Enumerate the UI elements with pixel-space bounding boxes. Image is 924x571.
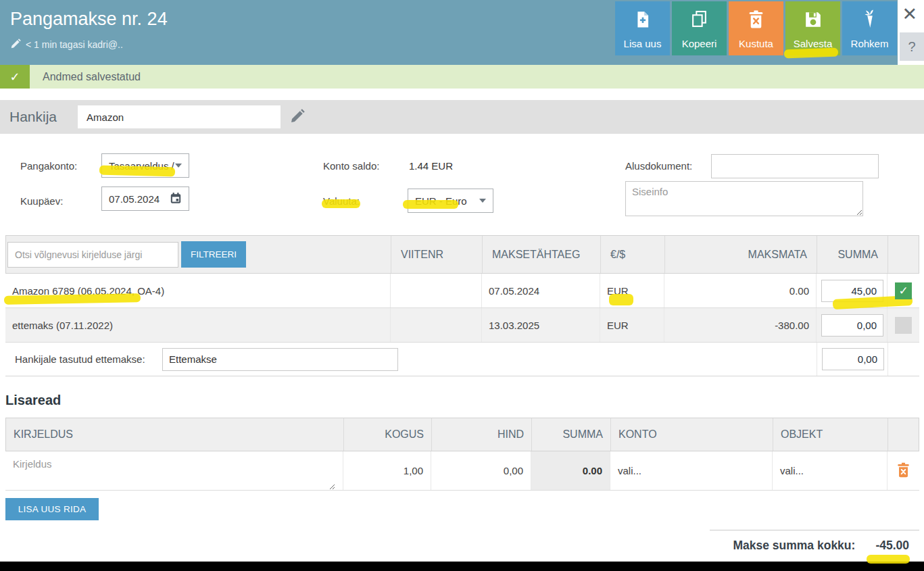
debt-unpaid: 0.00: [664, 274, 817, 307]
filter-button[interactable]: FILTREERI: [181, 241, 246, 268]
supplier-input[interactable]: [78, 105, 281, 128]
prepayment-input[interactable]: [162, 348, 398, 371]
date-value: 07.05.2024: [109, 193, 160, 205]
chevron-down-icon: [175, 164, 182, 168]
table-row: Amazon 6789 (06.05.2024, OA-4) 07.05.202…: [5, 274, 919, 308]
delete-button[interactable]: Kustuta: [729, 1, 783, 55]
row-quantity[interactable]: 1,00: [343, 451, 431, 490]
col-unpaid: MAKSMATA: [665, 236, 817, 273]
currency-select[interactable]: EUR - Euro: [408, 189, 493, 213]
row-object-select[interactable]: vali...: [773, 451, 887, 490]
document-plus-icon: [634, 10, 652, 38]
supplier-label: Hankija: [9, 109, 57, 125]
dialog-header: Pangamakse nr. 24 < 1 min tagasi kadri@.…: [0, 0, 898, 65]
bank-account-label: Pangakonto:: [20, 160, 77, 172]
delete-row-icon[interactable]: [897, 462, 910, 480]
col-viitenr: VIITENR: [391, 236, 483, 273]
debt-due-date: 13.03.2025: [482, 308, 600, 342]
page-title: Pangamakse nr. 24: [10, 9, 168, 30]
currency-label: Valuuta:: [323, 195, 360, 207]
row-checkbox[interactable]: ✓: [895, 282, 912, 299]
col-actions: [888, 418, 920, 451]
supplier-bar: Hankija: [0, 100, 924, 134]
internal-info-textarea[interactable]: [625, 181, 863, 216]
col-price: HIND: [432, 418, 532, 451]
total-label: Makse summa kokku:: [733, 539, 855, 553]
col-sum: SUMMA: [532, 418, 611, 451]
edit-supplier-icon[interactable]: [291, 109, 305, 126]
total-value: -45.00: [875, 539, 909, 553]
debt-search-input[interactable]: [7, 242, 178, 268]
alert-message: Andmed salvestatud: [30, 65, 924, 89]
header-toolbar: Lisa uus Kopeeri Kustuta Salvesta: [615, 1, 897, 55]
row-sum: 0.00: [531, 451, 610, 490]
close-icon[interactable]: ✕: [902, 5, 917, 24]
table-row: ettemaks (07.11.2022) 13.03.2025 EUR -38…: [5, 308, 919, 343]
prepayment-row: Hankijale tasutud ettemakse:: [5, 343, 919, 376]
debt-description: Amazon 6789 (06.05.2024, OA-4): [5, 274, 391, 307]
debt-sum-input[interactable]: [821, 280, 883, 302]
table-row: 1,00 0,00 0.00 vali... vali...: [5, 451, 919, 491]
debt-currency: EUR: [600, 308, 664, 342]
balance-label: Konto saldo:: [323, 160, 379, 172]
base-document-input[interactable]: [711, 154, 879, 178]
add-new-label: Lisa uus: [624, 38, 662, 49]
copy-button[interactable]: Kopeeri: [672, 1, 727, 55]
last-edited-text: < 1 min tagasi kadri@..: [26, 39, 123, 50]
row-price[interactable]: 0,00: [431, 451, 531, 490]
debts-table: FILTREERI VIITENR MAKSETÄHTAEG €/$ MAKSM…: [5, 235, 919, 376]
pencil-icon: [11, 39, 21, 51]
copy-icon: [691, 10, 708, 38]
col-currency: €/$: [601, 236, 665, 273]
prepayment-sum-input[interactable]: [822, 348, 884, 370]
debt-description: ettemaks (07.11.2022): [5, 308, 391, 342]
bottom-black-bar: [0, 562, 924, 571]
add-new-button[interactable]: Lisa uus: [615, 1, 670, 55]
col-quantity: KOGUS: [344, 418, 432, 451]
add-row-button[interactable]: LISA UUS RIDA: [5, 498, 99, 520]
debt-viitenr: [391, 308, 482, 342]
debt-viitenr: [391, 274, 482, 307]
debt-unpaid: -380.00: [664, 308, 817, 342]
extra-rows-table: KIRJELDUS KOGUS HIND SUMMA KONTO OBJEKT …: [5, 418, 919, 491]
more-button[interactable]: Rohkem: [842, 1, 897, 55]
debts-table-header: FILTREERI VIITENR MAKSETÄHTAEG €/$ MAKSM…: [5, 235, 919, 274]
totals-divider: [710, 530, 919, 530]
row-description-textarea[interactable]: [13, 452, 335, 490]
save-button[interactable]: Salvesta: [785, 1, 840, 55]
save-icon: [804, 11, 822, 38]
col-select: [888, 236, 920, 273]
currency-value: EUR - Euro: [415, 195, 467, 207]
prepayment-label: Hankijale tasutud ettemakse:: [5, 353, 162, 365]
extra-rows-title: Lisaread: [5, 393, 61, 408]
date-input[interactable]: 07.05.2024: [101, 187, 189, 211]
success-alert: ✓ Andmed salvestatud: [0, 65, 924, 89]
col-due-date: MAKSETÄHTAEG: [483, 236, 601, 273]
bank-account-select[interactable]: Tasaarveldus /: [101, 153, 189, 178]
trash-icon: [748, 10, 764, 38]
calendar-icon: [170, 192, 182, 206]
check-icon: ✓: [0, 65, 30, 89]
bank-payment-dialog: Pangamakse nr. 24 < 1 min tagasi kadri@.…: [0, 0, 924, 571]
row-checkbox[interactable]: [895, 317, 912, 334]
delete-label: Kustuta: [739, 38, 773, 49]
chevron-down-icon: [479, 199, 486, 203]
help-button[interactable]: ?: [900, 32, 924, 61]
debt-due-date: 07.05.2024: [482, 274, 600, 307]
extra-rows-header: KIRJELDUS KOGUS HIND SUMMA KONTO OBJEKT: [5, 418, 919, 451]
payment-total: Makse summa kokku: -45.00: [733, 539, 909, 553]
debt-sum-input[interactable]: [821, 314, 883, 337]
base-document-label: Alusdokument:: [625, 160, 692, 172]
row-account-select[interactable]: vali...: [610, 451, 773, 490]
date-label: Kuupäev:: [20, 195, 63, 207]
col-account: KONTO: [611, 418, 773, 451]
more-label: Rohkem: [851, 38, 889, 49]
copy-label: Kopeeri: [682, 38, 717, 49]
save-label: Salvesta: [794, 38, 833, 49]
debt-currency: EUR: [600, 274, 664, 307]
bank-account-value: Tasaarveldus /: [109, 160, 174, 172]
payment-form: Pangakonto: Tasaarveldus / Kuupäev: 07.0…: [0, 142, 924, 237]
carrot-icon: [862, 9, 878, 38]
last-edited-info: < 1 min tagasi kadri@..: [11, 39, 123, 51]
balance-value: 1.44 EUR: [409, 160, 453, 172]
